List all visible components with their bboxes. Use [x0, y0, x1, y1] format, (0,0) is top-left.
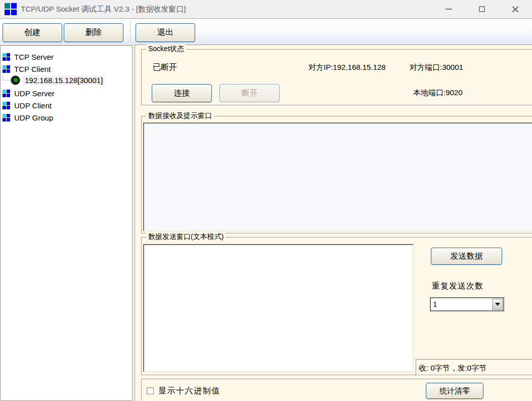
socket-status-group: Socket状态 已断开 对方IP:192.168.15.128 对方端口:30…: [141, 49, 532, 105]
disconnect-button[interactable]: 断开: [219, 84, 280, 102]
combobox-dropdown-button[interactable]: [492, 299, 503, 310]
maximize-icon: [479, 6, 485, 12]
chevron-down-icon: [495, 303, 500, 306]
tree-item-tcp-client[interactable]: TCP Client: [3, 63, 51, 74]
send-textarea[interactable]: [143, 244, 414, 372]
send-group-legend: 数据发送窗口(文本模式): [146, 232, 226, 242]
peer-ip-text: 对方IP:192.168.15.128: [308, 63, 386, 72]
tree-elbow-connector: [3, 75, 10, 81]
hex-display-label: 显示十六进制值: [158, 386, 220, 396]
bottom-options-group: 显示十六进制值 统计清零: [141, 379, 532, 401]
socket-type-icon: [3, 65, 10, 73]
tree-item-tcp-server[interactable]: TCP Server: [3, 51, 54, 62]
send-data-button[interactable]: 发送数据: [431, 248, 502, 265]
titlebar: TCP/UDP Socket 调试工具 V2.3 - [数据收发窗口] ✕: [0, 0, 532, 19]
exit-button[interactable]: 退出: [136, 23, 195, 42]
window-controls: ✕: [432, 0, 532, 18]
toolbar: 创建 删除 退出: [0, 19, 532, 45]
repeat-count-label: 重复发送次数: [432, 281, 483, 292]
tree-item-udp-client[interactable]: UDP Client: [3, 100, 52, 111]
socket-type-icon: [3, 53, 10, 61]
tree-item-label: UDP Client: [14, 101, 52, 110]
delete-button[interactable]: 删除: [64, 23, 123, 42]
minimize-button[interactable]: [432, 0, 465, 18]
maximize-button[interactable]: [465, 0, 499, 18]
clear-stats-button[interactable]: 统计清零: [426, 383, 483, 399]
tree-item-udp-group[interactable]: UDP Group: [3, 112, 53, 123]
connection-tree: TCP Server TCP Client 192.168.15.128[300…: [0, 45, 132, 401]
create-button[interactable]: 创建: [3, 23, 62, 42]
peer-port-text: 对方端口:30001: [410, 63, 463, 72]
receive-group: 数据接收及提示窗口: [141, 116, 532, 233]
send-group: 数据发送窗口(文本模式) 发送数据 重复发送次数 1 收: 0字节，发:0字节: [141, 237, 532, 375]
receive-textarea[interactable]: [143, 123, 532, 231]
tree-item-udp-server[interactable]: UDP Server: [3, 88, 55, 99]
close-button[interactable]: ✕: [499, 0, 532, 18]
connection-state-text: 已断开: [153, 62, 177, 73]
local-port-text: 本地端口:9020: [413, 88, 463, 98]
close-icon: ✕: [511, 4, 520, 15]
socket-type-icon: [3, 102, 10, 109]
tree-item-connection[interactable]: 192.168.15.128[30001]: [1, 74, 105, 86]
connection-status-icon: [11, 75, 20, 85]
minimize-icon: [446, 9, 452, 10]
hex-display-checkbox[interactable]: [147, 387, 154, 394]
tree-item-label: TCP Server: [14, 53, 54, 61]
receive-group-legend: 数据接收及提示窗口: [146, 111, 214, 121]
session-panel: Socket状态 已断开 对方IP:192.168.15.128 对方端口:30…: [135, 45, 532, 401]
connect-button[interactable]: 连接: [152, 84, 212, 102]
tree-item-label: TCP Client: [14, 65, 51, 73]
tree-item-label: UDP Group: [14, 113, 53, 122]
repeat-count-combobox[interactable]: 1: [430, 297, 504, 311]
socket-type-icon: [3, 90, 10, 97]
window-title: TCP/UDP Socket 调试工具 V2.3 - [数据收发窗口]: [21, 5, 186, 14]
tree-item-label: UDP Server: [14, 89, 55, 98]
app-icon: [5, 3, 17, 15]
repeat-count-value: 1: [433, 300, 437, 308]
app-window: TCP/UDP Socket 调试工具 V2.3 - [数据收发窗口] ✕ 创建…: [0, 0, 532, 401]
socket-status-legend: Socket状态: [146, 45, 186, 54]
socket-type-icon: [3, 114, 10, 122]
tree-item-label: 192.168.15.128[30001]: [23, 75, 105, 85]
toolbar-separator: [130, 21, 130, 44]
byte-stats-text: 收: 0字节，发:0字节: [416, 359, 532, 376]
